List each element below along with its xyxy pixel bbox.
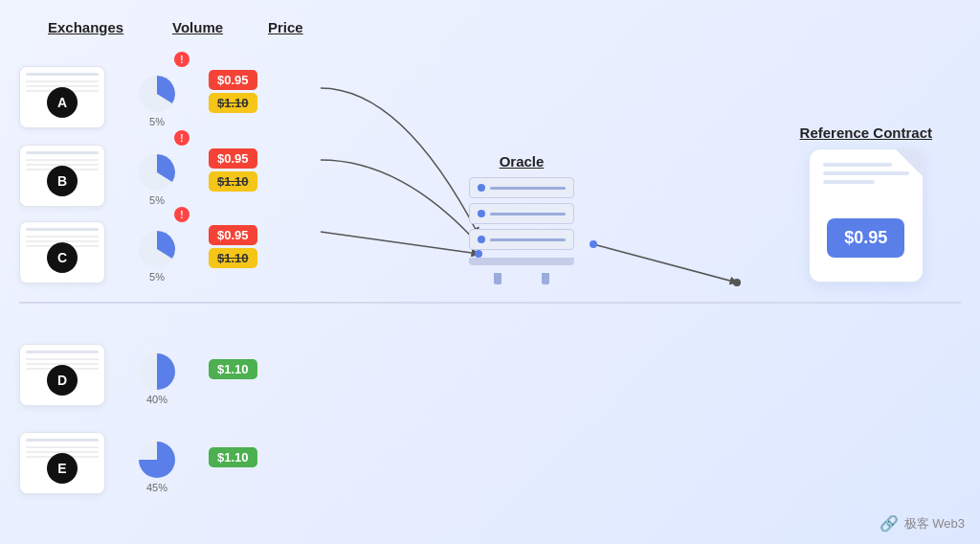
watermark: 🔗 极客 Web3 xyxy=(880,514,965,533)
exchange-avatar-e: E xyxy=(47,453,78,484)
watermark-icon: 🔗 xyxy=(880,514,899,533)
doc-line-2 xyxy=(823,171,909,175)
header-price: Price xyxy=(268,19,364,35)
exchange-box-a: A xyxy=(19,66,105,128)
exchange-box-d: D xyxy=(19,344,105,406)
watermark-text: 极客 Web3 xyxy=(904,515,965,533)
column-headers: Exchanges Volume Price xyxy=(48,19,951,35)
server-unit-1 xyxy=(469,177,574,198)
price-wrap-b: $0.95 $1.10 xyxy=(209,134,257,206)
server-line-3 xyxy=(490,238,566,241)
oracle-server xyxy=(469,177,574,250)
alert-badge-b: ! xyxy=(174,130,189,146)
server-dot-3 xyxy=(478,236,485,243)
alert-badge-a: ! xyxy=(174,52,189,67)
price-wrap-e: $1.10 xyxy=(209,421,257,493)
header-volume: Volume xyxy=(172,19,268,35)
separator-line xyxy=(19,302,961,304)
diagram-container: Exchanges Volume Price A ! 5% $0.95 $1.1… xyxy=(0,0,980,544)
server-base xyxy=(469,258,574,265)
volume-pie-c: ! 5% xyxy=(119,211,195,283)
server-line-1 xyxy=(490,187,566,190)
price-tag-c-low: $1.10 xyxy=(209,248,257,268)
price-tag-a-low: $1.10 xyxy=(209,93,257,113)
volume-label-a: 5% xyxy=(149,116,165,127)
price-wrap-d: $1.10 xyxy=(209,333,257,405)
exchange-box-b: B xyxy=(19,145,105,207)
volume-pie-e: 45% xyxy=(119,421,195,493)
server-line-2 xyxy=(490,213,566,215)
reference-contract-container: Reference Contract $0.95 xyxy=(800,125,932,283)
doc-line-3 xyxy=(823,180,875,184)
price-tag-b-low: $1.10 xyxy=(209,171,257,192)
header-exchanges: Exchanges xyxy=(48,19,172,35)
oracle-label: Oracle xyxy=(500,153,545,170)
oracle-container: Oracle xyxy=(469,153,574,284)
exchange-avatar-a: A xyxy=(47,87,78,118)
price-wrap-c: $0.95 $1.10 xyxy=(209,211,257,283)
price-tag-d: $1.10 xyxy=(209,359,257,379)
server-unit-3 xyxy=(469,229,574,250)
server-unit-2 xyxy=(469,203,574,224)
price-tag-b-high: $0.95 xyxy=(209,148,257,169)
price-tag-e: $1.10 xyxy=(209,447,257,467)
exchange-avatar-d: D xyxy=(47,365,78,396)
reference-contract-price: $0.95 xyxy=(827,218,904,258)
server-dot-2 xyxy=(478,210,485,217)
doc-line-1 xyxy=(823,163,892,167)
reference-contract-doc: $0.95 xyxy=(809,148,924,283)
price-tag-c-high: $0.95 xyxy=(209,225,257,245)
server-leg-right xyxy=(542,273,549,284)
volume-label-c: 5% xyxy=(149,271,165,283)
exchange-avatar-c: C xyxy=(47,242,78,273)
price-wrap-a: $0.95 $1.10 xyxy=(209,56,257,127)
exchange-avatar-b: B xyxy=(47,166,78,196)
volume-label-e: 45% xyxy=(146,482,167,493)
price-tag-a-high: $0.95 xyxy=(209,70,257,90)
volume-pie-d: 40% xyxy=(119,333,195,405)
volume-pie-a: ! 5% xyxy=(119,56,195,127)
volume-label-b: 5% xyxy=(149,194,165,206)
volume-pie-b: ! 5% xyxy=(119,134,195,206)
server-leg-left xyxy=(494,273,501,284)
exchange-box-c: C xyxy=(19,221,105,283)
doc-lines xyxy=(823,163,909,184)
server-dot-1 xyxy=(478,184,485,192)
volume-label-d: 40% xyxy=(146,394,167,405)
alert-badge-c: ! xyxy=(174,207,189,222)
exchange-box-e: E xyxy=(19,432,105,494)
reference-contract-label: Reference Contract xyxy=(800,125,932,141)
